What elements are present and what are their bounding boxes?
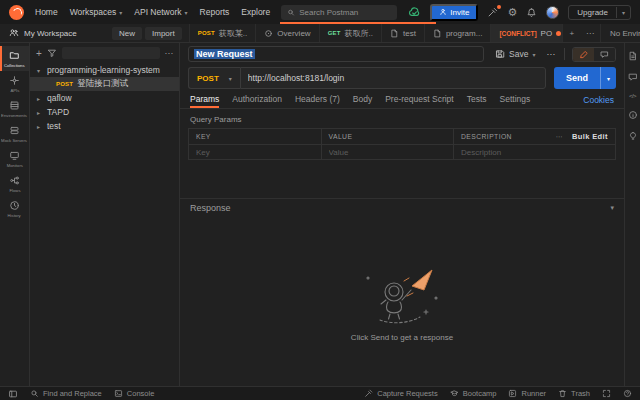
find-and-replace-button[interactable]: Find and Replace: [30, 389, 102, 398]
nav-reports[interactable]: Reports: [200, 7, 230, 17]
tree-request-selected[interactable]: POST 登陆接口测试: [30, 77, 179, 91]
request-name-field[interactable]: New Request: [188, 46, 484, 62]
editor-spacer: [180, 160, 624, 198]
chevron-down-icon[interactable]: ▾: [532, 51, 535, 58]
console-button[interactable]: Console: [114, 389, 155, 398]
sync-cloud-icon[interactable]: [408, 6, 421, 19]
bulk-edit-button[interactable]: Bulk Edit: [572, 132, 608, 141]
rail-label: Monitors: [6, 163, 22, 168]
tab-settings[interactable]: Settings: [500, 91, 531, 108]
divider: [564, 48, 565, 60]
filter-icon[interactable]: [47, 48, 57, 58]
sidebar-item-collections[interactable]: Collections: [0, 46, 29, 71]
trash-button[interactable]: Trash: [558, 389, 590, 398]
bootcamp-button[interactable]: Bootcamp: [450, 389, 497, 398]
lightbulb-icon[interactable]: [628, 131, 638, 141]
tab-headers[interactable]: Headers (7): [295, 91, 340, 108]
rail-label: Flows: [9, 188, 20, 193]
workspace-switcher[interactable]: My Workspace: [0, 24, 112, 42]
response-header[interactable]: Response ▾: [180, 199, 624, 217]
astronaut-illustration: [352, 262, 452, 326]
expand-icon: [602, 389, 611, 398]
search-input[interactable]: [299, 8, 391, 17]
comments-button[interactable]: [594, 48, 615, 61]
new-button[interactable]: New: [112, 27, 142, 40]
right-rail: </>: [624, 43, 640, 386]
nav-api-network[interactable]: API Network▾: [134, 7, 187, 17]
workspace-name: My Workspace: [24, 29, 77, 38]
runner-button[interactable]: Runner: [508, 389, 546, 398]
table-more-button[interactable]: ⋯: [556, 133, 563, 141]
tab-authorization[interactable]: Authorization: [232, 91, 282, 108]
header-description: DESCRIPTION ⋯ Bulk Edit: [454, 129, 615, 144]
save-button[interactable]: Save ▾: [490, 47, 540, 61]
caret-down-icon[interactable]: ▾: [37, 67, 43, 74]
sidebar-item-mock-servers[interactable]: Mock Servers: [0, 121, 29, 146]
description-input[interactable]: [461, 148, 608, 157]
global-search[interactable]: [281, 5, 397, 20]
tab-label: test: [403, 29, 416, 38]
tab-conflict-active[interactable]: [CONFLICT] PO: [491, 24, 563, 42]
tab-test[interactable]: test: [382, 24, 425, 42]
sidebar-item-history[interactable]: History: [0, 196, 29, 221]
comment-icon[interactable]: [628, 72, 638, 82]
nav-reports-label: Reports: [200, 7, 230, 17]
nav-workspaces[interactable]: Workspaces▾: [70, 7, 123, 17]
capture-requests-icon[interactable]: [487, 7, 498, 18]
code-snippet-icon[interactable]: </>: [629, 93, 636, 99]
sidebar-search-input[interactable]: [62, 47, 160, 59]
tab-overview[interactable]: Overview: [256, 24, 319, 42]
nav-api-network-label: API Network: [134, 7, 181, 17]
add-tab-button[interactable]: +: [563, 24, 580, 42]
postman-logo-icon[interactable]: [9, 5, 24, 20]
tab-params[interactable]: Params: [190, 91, 219, 108]
toggle-sidebar-button[interactable]: [8, 389, 18, 399]
send-button[interactable]: Send ▾: [554, 67, 616, 89]
tab-request-1[interactable]: POST 获取某..: [190, 24, 257, 42]
tab-options-button[interactable]: ⋯: [580, 24, 600, 42]
add-collection-button[interactable]: +: [36, 48, 42, 59]
environment-selector[interactable]: No Environment ▾: [601, 24, 640, 42]
caret-right-icon[interactable]: ▸: [37, 95, 43, 102]
sidebar-item-environments[interactable]: Environments: [0, 96, 29, 121]
edit-mode-button[interactable]: [573, 48, 594, 61]
tab-body[interactable]: Body: [353, 91, 372, 108]
documentation-icon[interactable]: [628, 51, 638, 61]
method-selector[interactable]: POST ▾: [188, 67, 240, 89]
tab-pre-request-script[interactable]: Pre-request Script: [385, 91, 454, 108]
caret-right-icon[interactable]: ▸: [37, 109, 43, 116]
tree-collection-test[interactable]: ▸ test: [30, 119, 179, 133]
url-input[interactable]: [240, 67, 546, 89]
capture-requests-button[interactable]: Capture Requests: [364, 389, 437, 398]
notifications-bell-icon[interactable]: [526, 7, 537, 18]
chevron-down-icon[interactable]: ▾: [610, 204, 614, 212]
tab-request-2[interactable]: GET 获取所..: [320, 24, 382, 42]
sidebar-item-monitors[interactable]: Monitors: [0, 146, 29, 171]
upgrade-button[interactable]: Upgrade ▾: [568, 5, 631, 20]
info-icon[interactable]: [628, 110, 638, 120]
invite-button[interactable]: Invite: [430, 4, 478, 21]
two-pane-view-button[interactable]: [602, 389, 611, 398]
help-button[interactable]: [623, 389, 632, 398]
tree-collection-root[interactable]: ▾ programming-learning-system: [30, 63, 179, 77]
tab-tests[interactable]: Tests: [467, 91, 487, 108]
key-input[interactable]: [196, 148, 314, 157]
nav-home[interactable]: Home: [35, 7, 58, 17]
sidebar-item-flows[interactable]: Flows: [0, 171, 29, 196]
user-avatar[interactable]: [546, 6, 559, 19]
settings-gear-icon[interactable]: ⚙: [507, 6, 517, 19]
request-more-button[interactable]: ⋯: [542, 47, 561, 61]
chevron-down-icon[interactable]: ▾: [616, 7, 630, 18]
tree-collection-qaflow[interactable]: ▸ qaflow: [30, 91, 179, 105]
nav-explore[interactable]: Explore: [241, 7, 270, 17]
cookies-link[interactable]: Cookies: [583, 95, 614, 105]
sidebar-more-button[interactable]: ⋯: [165, 48, 174, 58]
import-button[interactable]: Import: [145, 27, 182, 40]
tab-program[interactable]: program...: [425, 24, 491, 42]
tree-collection-tapd[interactable]: ▸ TAPD: [30, 105, 179, 119]
value-input[interactable]: [329, 148, 447, 157]
sidebar-item-apis[interactable]: APIs: [0, 71, 29, 96]
request-title-row: New Request Save ▾ ⋯: [180, 43, 624, 65]
caret-right-icon[interactable]: ▸: [37, 123, 43, 130]
chevron-down-icon[interactable]: ▾: [600, 67, 616, 89]
